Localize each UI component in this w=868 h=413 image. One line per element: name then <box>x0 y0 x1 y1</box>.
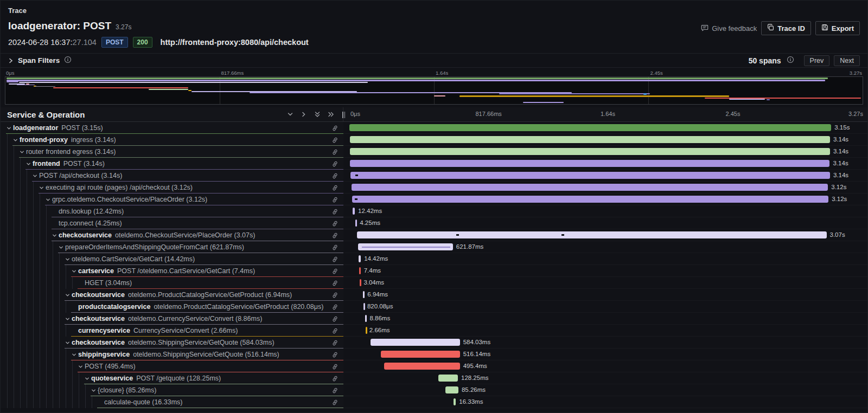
collapse-all-icon[interactable] <box>314 111 321 118</box>
span-link-icon[interactable] <box>331 363 343 370</box>
span-duration-bar[interactable] <box>352 196 829 203</box>
span-name-cell[interactable]: prepareOrderItemsAndShippingQuoteFromCar… <box>1 241 343 253</box>
span-link-icon[interactable] <box>331 315 343 322</box>
collapse-caret-icon[interactable] <box>65 316 72 322</box>
span-link-icon[interactable] <box>331 232 343 239</box>
span-name-cell[interactable]: {closure} (85.26ms) <box>1 384 343 396</box>
span-link-icon[interactable] <box>331 137 343 144</box>
span-link-icon[interactable] <box>331 292 343 299</box>
span-duration-bar[interactable] <box>381 351 460 358</box>
collapse-caret-icon[interactable] <box>65 292 72 298</box>
give-feedback-link[interactable]: Give feedback <box>701 24 757 33</box>
span-name-cell[interactable]: loadgeneratorPOST (3.15s) <box>1 122 343 134</box>
collapse-caret-icon[interactable] <box>52 233 59 238</box>
span-link-icon[interactable] <box>331 208 343 215</box>
span-duration-bar[interactable] <box>365 315 367 322</box>
span-link-icon[interactable] <box>331 351 343 358</box>
span-duration-bar[interactable] <box>454 398 456 405</box>
collapse-caret-icon[interactable] <box>91 388 98 393</box>
span-link-icon[interactable] <box>331 387 343 394</box>
span-duration-bar[interactable] <box>352 184 828 191</box>
span-link-icon[interactable] <box>331 327 343 334</box>
span-name-cell[interactable]: cartservicePOST /oteldemo.CartService/Ge… <box>1 265 343 277</box>
span-name-cell[interactable]: oteldemo.CartService/GetCart (14.42ms) <box>1 253 343 265</box>
export-button[interactable]: Export <box>815 21 860 35</box>
collapse-caret-icon[interactable] <box>65 340 72 346</box>
span-duration-bar[interactable] <box>363 291 365 298</box>
span-duration-bar[interactable] <box>350 172 830 179</box>
span-link-icon[interactable] <box>331 268 343 275</box>
span-name-cell[interactable]: executing api route (pages) /api/checkou… <box>1 182 343 193</box>
span-link-icon[interactable] <box>331 220 343 227</box>
span-link-icon[interactable] <box>331 172 343 179</box>
span-duration-bar[interactable] <box>350 148 830 155</box>
span-name-cell[interactable]: quoteservicePOST /getquote (128.25ms) <box>1 372 343 384</box>
collapse-caret-icon[interactable] <box>84 376 91 382</box>
span-link-icon[interactable] <box>331 160 343 167</box>
info-icon[interactable] <box>787 56 794 66</box>
span-link-icon[interactable] <box>331 149 343 156</box>
span-name-cell[interactable]: checkoutserviceoteldemo.CheckoutService/… <box>1 229 343 241</box>
span-link-icon[interactable] <box>331 375 343 382</box>
span-link-icon[interactable] <box>331 304 343 311</box>
collapse-one-icon[interactable] <box>287 111 293 118</box>
span-duration-bar[interactable] <box>357 231 827 238</box>
span-duration-bar[interactable] <box>371 339 460 346</box>
span-link-icon[interactable] <box>331 339 343 346</box>
expand-one-icon[interactable] <box>301 111 307 118</box>
span-name-cell[interactable]: checkoutserviceoteldemo.ProductCatalogSe… <box>1 289 343 301</box>
span-link-icon[interactable] <box>331 125 343 132</box>
collapse-caret-icon[interactable] <box>12 137 20 143</box>
span-duration-bar[interactable] <box>438 375 458 382</box>
span-duration-bar[interactable] <box>384 363 460 370</box>
span-name-cell[interactable]: calculate-quote (16.33ms) <box>1 396 343 408</box>
next-button[interactable]: Next <box>834 55 860 66</box>
span-duration-bar[interactable] <box>350 160 829 167</box>
span-duration-bar[interactable] <box>366 327 367 334</box>
span-name-cell[interactable]: shippingserviceoteldemo.ShippingService/… <box>1 349 343 360</box>
span-link-icon[interactable] <box>331 196 343 203</box>
span-name-cell[interactable]: POST (495.4ms) <box>1 360 343 372</box>
span-name-cell[interactable]: grpc.oteldemo.CheckoutService/PlaceOrder… <box>1 193 343 205</box>
span-duration-bar[interactable] <box>359 267 361 274</box>
span-name-cell[interactable]: currencyserviceCurrencyService/Convert (… <box>1 325 343 337</box>
span-duration-bar[interactable] <box>445 386 458 393</box>
span-duration-bar[interactable] <box>363 303 365 310</box>
collapse-caret-icon[interactable] <box>39 185 46 191</box>
span-link-icon[interactable] <box>331 280 343 287</box>
collapse-caret-icon[interactable] <box>71 268 78 274</box>
prev-button[interactable]: Prev <box>804 55 830 66</box>
span-duration-bar[interactable] <box>353 208 355 215</box>
span-link-icon[interactable] <box>331 256 343 263</box>
span-duration-bar[interactable] <box>358 243 453 250</box>
span-duration-bar[interactable] <box>349 124 831 131</box>
collapse-caret-icon[interactable] <box>6 125 13 131</box>
span-duration-bar[interactable] <box>359 255 361 262</box>
span-duration-bar[interactable] <box>355 220 357 227</box>
span-link-icon[interactable] <box>331 244 343 251</box>
span-name-cell[interactable]: HGET (3.04ms) <box>1 277 343 289</box>
span-name-cell[interactable]: tcp.connect (4.25ms) <box>1 217 343 229</box>
span-filters-toggle[interactable]: Span Filters <box>8 56 72 66</box>
span-link-icon[interactable] <box>331 184 343 191</box>
minimap-chart[interactable] <box>5 76 863 105</box>
collapse-caret-icon[interactable] <box>65 256 72 262</box>
span-name-cell[interactable]: frontend-proxyingress (3.14s) <box>1 134 343 146</box>
span-name-cell[interactable]: productcatalogserviceoteldemo.ProductCat… <box>1 301 343 313</box>
info-icon[interactable] <box>64 56 72 66</box>
collapse-caret-icon[interactable] <box>58 244 65 250</box>
collapse-caret-icon[interactable] <box>32 173 39 179</box>
span-name-cell[interactable]: checkoutserviceoteldemo.ShippingService/… <box>1 337 343 349</box>
span-duration-bar[interactable] <box>350 136 830 143</box>
collapse-caret-icon[interactable] <box>71 352 78 358</box>
span-name-cell[interactable]: router frontend egress (3.14s) <box>1 146 343 158</box>
span-name-cell[interactable]: dns.lookup (12.42ms) <box>1 205 343 217</box>
span-name-cell[interactable]: frontendPOST (3.14s) <box>1 158 343 170</box>
collapse-caret-icon[interactable] <box>19 149 26 155</box>
expand-all-icon[interactable] <box>328 111 334 118</box>
span-name-cell[interactable]: checkoutserviceoteldemo.CurrencyService/… <box>1 313 343 325</box>
span-link-icon[interactable] <box>331 399 343 406</box>
collapse-caret-icon[interactable] <box>25 161 33 167</box>
span-name-cell[interactable]: POST /api/checkout (3.14s) <box>1 170 343 182</box>
span-duration-bar[interactable] <box>360 279 361 286</box>
